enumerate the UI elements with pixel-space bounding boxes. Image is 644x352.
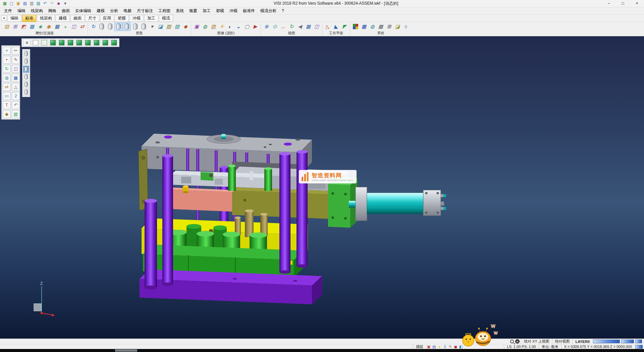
point-icon[interactable]: • [3,56,11,64]
menu-item[interactable]: ? [279,8,287,14]
menu-item[interactable]: 网格 [46,7,59,14]
lighting-icon[interactable]: ☀ [218,23,226,31]
select-icon[interactable]: + [3,47,11,55]
minimize-button[interactable]: − [602,0,616,7]
color-palette-icon[interactable] [352,23,360,31]
view-top-icon[interactable] [84,39,92,46]
view-right-icon[interactable] [75,39,83,46]
orbit-icon[interactable]: ↻ [287,23,296,31]
menu-item[interactable]: 编辑 [15,7,28,14]
transform-icon[interactable]: ⇄ [78,23,86,31]
open-file-icon[interactable]: ▣ [15,1,21,6]
menu-item[interactable]: 线架构 [28,7,46,14]
menu-item[interactable]: 建模 [94,7,107,14]
menu-item[interactable]: 塑模 [213,7,227,14]
workplane-xy-icon[interactable]: ◺ [324,23,332,31]
view-mode-panel[interactable]: 绝对 XY 上视图 [521,339,552,344]
menu-item[interactable]: 加工 [200,7,213,14]
layers-tool-icon[interactable]: ◆ [3,110,11,118]
trim-icon[interactable]: ✂ [12,47,20,55]
ribbon-tab[interactable]: 加工 [144,15,158,22]
menu-item[interactable]: 分析 [107,7,121,14]
previous-view-icon[interactable]: ◀ [296,23,304,31]
texture-icon[interactable]: ▨ [209,23,217,31]
viewport-3d[interactable]: ≡ +✂•✎↻◫◍▩⇄△▭2T↶◆▧ Z 智造资料网 [0,36,644,339]
ribbon-tab[interactable]: 建模 [56,15,70,22]
clip-tool-6-icon[interactable] [23,89,29,96]
pen-color-swatch[interactable] [621,340,634,343]
cube-red-icon[interactable]: ◼ [453,345,458,349]
snapshot-icon[interactable]: ▢ [243,23,251,31]
plane-icon[interactable]: ▭ [3,92,11,100]
grid-icon[interactable]: ▩ [53,23,61,31]
shading-options-icon[interactable]: ▾ [148,23,156,31]
clip-tool-1-icon[interactable] [23,50,29,57]
view-back-icon[interactable] [58,39,65,46]
view-iso-icon[interactable] [102,39,109,46]
wireframe-view-icon[interactable] [98,23,106,31]
view-bottom-icon[interactable] [93,39,100,46]
swap-icon[interactable]: ⇄ [3,83,11,91]
workplane-free-icon[interactable]: ◤ [340,23,348,31]
ribbon-tab[interactable]: 标准 [22,15,36,22]
rotate-icon[interactable]: ↻ [3,65,11,73]
cad-model[interactable] [0,36,644,339]
clip-tool-3-icon[interactable] [23,66,29,73]
perspective-icon[interactable]: ◊ [402,23,410,31]
layer-filter-icon[interactable]: ▦ [28,23,36,31]
magnet-snap-icon[interactable]: ◉ [45,23,53,31]
background-icon[interactable]: ◒ [234,23,243,31]
clip-tool-5-icon[interactable] [23,81,29,88]
maximize-button[interactable]: □ [616,0,630,7]
dynamic-hide-icon[interactable] [140,23,148,31]
ribbon-tab[interactable]: 曲面 [70,15,85,22]
bulb-icon[interactable]: ● [437,345,442,349]
hidden-line-view-icon[interactable] [106,23,114,31]
copy-tool-icon[interactable]: ▧ [12,110,20,118]
view-shaded-iso-icon[interactable] [110,39,118,46]
display-settings-icon[interactable]: ▦ [360,23,368,31]
refresh-icon[interactable]: ↻ [89,23,97,31]
fast-render-icon[interactable]: ◆ [181,23,190,31]
shadow-icon[interactable]: ◐ [226,23,234,31]
globe-icon[interactable]: ◍ [368,23,376,31]
dimension-icon[interactable]: 2 [12,92,20,100]
ribbon-tab[interactable]: 冲模 [129,15,144,22]
menu-item[interactable]: 尺寸标注 [134,7,156,14]
help2-icon[interactable]: 2 [442,345,447,349]
status-color-swatch[interactable] [635,345,643,349]
new-file-icon[interactable]: ▢ [9,1,14,6]
plot-icon[interactable]: ▧ [36,1,41,6]
zoom-window-icon[interactable]: ⊕ [262,23,270,31]
calculator-icon[interactable]: ⊞ [385,23,393,31]
transparent-view-icon[interactable] [131,23,139,31]
viewport-menu-icon[interactable]: ≡ [23,39,31,46]
clip-tool-4-icon[interactable] [23,74,29,80]
ribbon-tab[interactable]: 编辑 [7,15,21,22]
screenshot-icon[interactable]: ▣ [426,345,431,349]
color-filter-icon[interactable]: ◩ [19,23,28,31]
multi-view-icon[interactable]: ◫ [313,23,321,31]
clip-tool-2-icon[interactable] [23,58,29,65]
measure-icon[interactable]: △ [12,83,20,91]
close-button[interactable]: × [630,0,644,7]
profile-icon[interactable]: ◆ [56,1,61,6]
pan-icon[interactable]: ↔ [279,23,287,31]
grid-shade-icon[interactable]: ▨ [165,23,173,31]
menu-item[interactable]: 文件 [1,7,15,14]
menu-item[interactable]: 模流分析 [258,7,279,14]
ribbon-tab[interactable]: 塑膜 [115,15,129,22]
print-icon[interactable]: ▥ [29,1,35,6]
ribbon-tab[interactable]: 线架构 [37,15,55,22]
more-commands-icon[interactable]: ▾ [62,1,68,6]
menu-item[interactable]: 曲面 [59,7,72,14]
menu-item[interactable]: 标准件 [240,7,258,14]
zoom-extents-icon[interactable]: ⊙ [271,23,279,31]
ribbon-tab[interactable]: 模流 [159,15,173,22]
redo-icon[interactable]: ↷ [49,1,55,6]
menu-item[interactable]: 实体编辑 [72,7,94,14]
view-frame-icon[interactable] [41,39,48,46]
sketch-icon[interactable]: ✎ [12,56,20,64]
menu-item[interactable]: 系统 [173,7,186,14]
menu-item[interactable]: 视窗 [186,7,200,14]
